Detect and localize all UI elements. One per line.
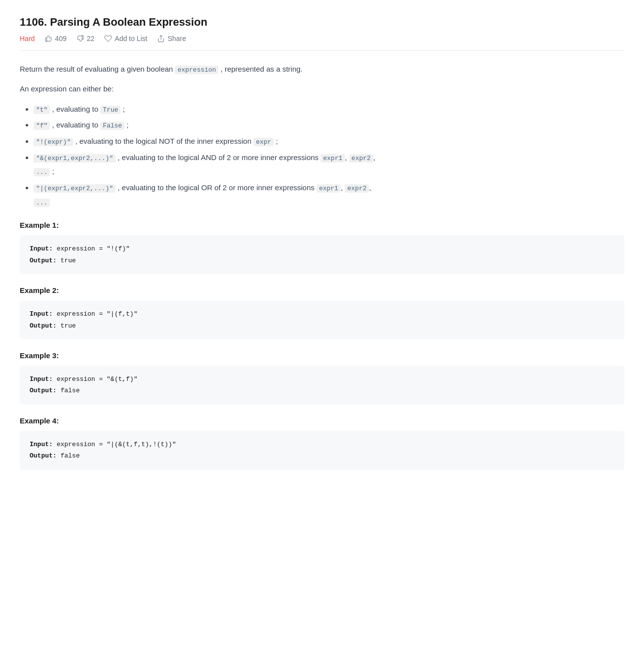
meta-bar: Hard 409 22 Add to List Share (20, 35, 624, 51)
add-to-list-button[interactable]: Add to List (104, 35, 147, 42)
list-item: "!(expr)" , evaluating to the logical NO… (34, 134, 624, 149)
difficulty-badge: Hard (20, 35, 35, 42)
downvote-number: 22 (87, 35, 95, 42)
example-3-input: Input: expression = "&(t,f)" (30, 374, 614, 385)
example-1-block: Input: expression = "!(f)" Output: true (20, 235, 624, 274)
example-2-title: Example 2: (20, 286, 624, 294)
expression-code-inline: expression (175, 66, 218, 74)
example-4: Example 4: Input: expression = "|(&(t,f,… (20, 416, 624, 470)
upvote-count[interactable]: 409 (44, 35, 66, 42)
add-to-list-label: Add to List (115, 35, 147, 42)
expression-types-list: "t" , evaluating to True ; "f" , evaluat… (20, 102, 624, 209)
share-icon (157, 35, 165, 42)
example-2-output: Output: true (30, 320, 614, 332)
example-3-output: Output: false (30, 385, 614, 396)
example-4-block: Input: expression = "|(&(t,f,t),!(t))" O… (20, 431, 624, 470)
examples-section: Example 1: Input: expression = "!(f)" Ou… (20, 221, 624, 469)
example-1-input: Input: expression = "!(f)" (30, 243, 614, 254)
downvote-count[interactable]: 22 (77, 35, 95, 42)
list-item: "f" , evaluating to False ; (34, 118, 624, 132)
share-label: Share (167, 35, 186, 42)
example-2: Example 2: Input: expression = "|(f,t)" … (20, 286, 624, 339)
thumbs-up-icon (44, 35, 52, 42)
upvote-number: 409 (55, 35, 66, 42)
example-4-title: Example 4: (20, 416, 624, 425)
example-1-output: Output: true (30, 255, 614, 266)
description-p2: An expression can either be: (20, 83, 624, 95)
description-intro: Return the result of evaluating a given … (20, 63, 624, 76)
thumbs-down-icon (77, 35, 84, 42)
example-4-output: Output: false (30, 450, 614, 461)
example-3: Example 3: Input: expression = "&(t,f)" … (20, 351, 624, 405)
example-1-title: Example 1: (20, 221, 624, 229)
problem-description: Return the result of evaluating a given … (20, 63, 624, 209)
example-3-block: Input: expression = "&(t,f)" Output: fal… (20, 366, 624, 405)
example-2-block: Input: expression = "|(f,t)" Output: tru… (20, 300, 624, 339)
share-button[interactable]: Share (157, 35, 186, 42)
problem-title: 1106. Parsing A Boolean Expression (20, 16, 624, 29)
example-1: Example 1: Input: expression = "!(f)" Ou… (20, 221, 624, 274)
list-item: "|(expr1,expr2,...)" , evaluating to the… (34, 181, 624, 209)
heart-icon (104, 35, 112, 42)
example-3-title: Example 3: (20, 351, 624, 360)
example-2-input: Input: expression = "|(f,t)" (30, 308, 614, 320)
list-item: "&(expr1,expr2,...)" , evaluating to the… (34, 151, 624, 179)
example-4-input: Input: expression = "|(&(t,f,t),!(t))" (30, 439, 614, 450)
list-item: "t" , evaluating to True ; (34, 102, 624, 117)
